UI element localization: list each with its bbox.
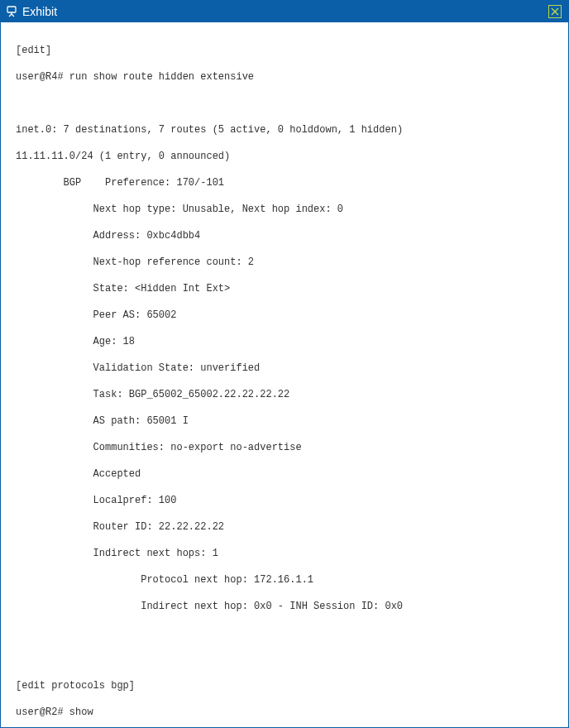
terminal-line: inet.0: 7 destinations, 7 routes (5 acti…: [16, 123, 553, 136]
terminal-line: user@R2# show: [16, 706, 553, 719]
terminal-line: Age: 18: [16, 335, 553, 348]
terminal-line: BGP Preference: 170/-101: [16, 176, 553, 189]
terminal-line: Router ID: 22.22.22.22: [16, 520, 553, 534]
terminal-output: [edit] user@R4# run show route hidden ex…: [16, 31, 553, 727]
svg-line-3: [12, 14, 14, 17]
terminal-line: Communities: no-export no-advertise: [16, 441, 553, 454]
terminal-line: [16, 626, 553, 639]
terminal-line: [edit]: [16, 44, 553, 57]
terminal-line: Task: BGP_65002_65002.22.22.22.22: [16, 388, 553, 401]
terminal-line: user@R4# run show route hidden extensive: [16, 70, 553, 84]
titlebar-left: Exhibit: [6, 5, 57, 18]
terminal-line: [16, 97, 553, 110]
close-icon: [551, 7, 559, 16]
terminal-line: State: <Hidden Int Ext>: [16, 282, 553, 295]
terminal-line: Protocol next hop: 172.16.1.1: [16, 573, 553, 587]
close-button[interactable]: [548, 5, 562, 18]
exhibit-window: Exhibit [edit] user@R4# run show route h…: [0, 0, 569, 728]
terminal-line: Next hop type: Unusable, Next hop index:…: [16, 203, 553, 216]
terminal-line: Validation State: unverified: [16, 362, 553, 375]
easel-icon: [6, 6, 19, 17]
terminal-line: [16, 653, 553, 666]
titlebar: Exhibit: [1, 1, 568, 22]
terminal-line: Indirect next hop: 0x0 - INH Session ID:…: [16, 600, 553, 613]
terminal-line: 11.11.11.0/24 (1 entry, 0 announced): [16, 150, 553, 163]
svg-rect-0: [7, 7, 16, 12]
terminal-line: Address: 0xbc4dbb4: [16, 229, 553, 242]
window-title: Exhibit: [22, 5, 57, 18]
terminal-line: AS path: 65001 I: [16, 414, 553, 428]
terminal-line: Accepted: [16, 467, 553, 481]
terminal-line: Indirect next hops: 1: [16, 547, 553, 560]
content-area: [edit] user@R4# run show route hidden ex…: [1, 22, 568, 727]
terminal-line: Localpref: 100: [16, 494, 553, 507]
terminal-line: Peer AS: 65002: [16, 309, 553, 322]
terminal-line: Next-hop reference count: 2: [16, 256, 553, 269]
terminal-line: [edit protocols bgp]: [16, 679, 553, 692]
